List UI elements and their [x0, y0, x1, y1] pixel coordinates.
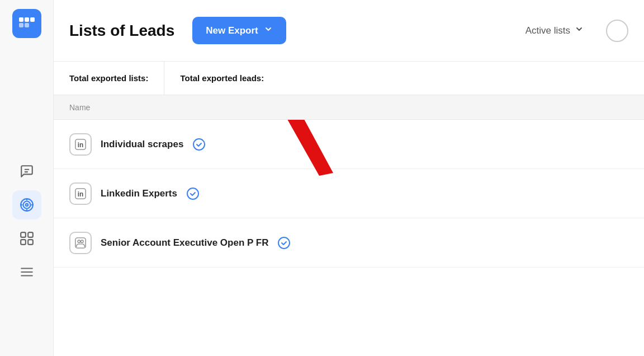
- svg-point-8: [23, 202, 30, 209]
- total-exported-lists-label: Total exported lists:: [69, 73, 148, 83]
- svg-rect-15: [28, 232, 33, 237]
- sidebar-item-list[interactable]: [12, 257, 41, 287]
- list-item[interactable]: in Linkedin Experts: [54, 169, 644, 218]
- check-circle-icon: [186, 187, 200, 200]
- page-title: Lists of Leads: [69, 22, 174, 40]
- svg-text:in: in: [78, 190, 84, 198]
- item-name: Linkedin Experts: [101, 188, 177, 199]
- user-avatar[interactable]: [606, 20, 628, 42]
- name-column-header: Name: [69, 103, 90, 112]
- linkedin-icon: in: [74, 138, 87, 151]
- svg-text:in: in: [78, 140, 84, 148]
- sidebar-item-messages[interactable]: [12, 157, 41, 186]
- svg-rect-17: [28, 240, 33, 245]
- new-export-label: New Export: [206, 25, 258, 36]
- linkedin-icon-wrapper: in: [69, 182, 92, 205]
- app-logo[interactable]: [12, 9, 41, 38]
- list-container: in Individual scrapes in: [54, 120, 644, 356]
- svg-point-27: [187, 188, 198, 199]
- svg-marker-24: [269, 120, 333, 176]
- stats-row: Total exported lists: Total exported lea…: [54, 62, 644, 95]
- svg-rect-3: [19, 23, 23, 27]
- total-exported-leads-stat: Total exported leads:: [164, 62, 280, 95]
- active-lists-label: Active lists: [525, 25, 570, 36]
- total-exported-leads-label: Total exported leads:: [180, 73, 264, 83]
- table-header: Name: [54, 95, 644, 120]
- item-name: Senior Account Executive Open P FR: [101, 237, 268, 249]
- item-name: Individual scrapes: [101, 139, 183, 150]
- sidebar: [0, 0, 54, 356]
- people-icon-wrapper: [69, 232, 92, 254]
- svg-point-29: [78, 240, 80, 242]
- sidebar-item-sequences[interactable]: [12, 224, 41, 253]
- svg-point-9: [25, 204, 27, 206]
- svg-rect-16: [21, 240, 26, 245]
- list-item[interactable]: in Individual scrapes: [54, 120, 644, 169]
- main-content: Lists of Leads New Export Active lists T…: [54, 0, 644, 356]
- svg-point-30: [80, 240, 83, 242]
- svg-rect-2: [30, 17, 35, 22]
- check-circle-icon: [277, 236, 291, 250]
- linkedin-icon-wrapper: in: [69, 133, 92, 156]
- sidebar-navigation: [0, 157, 53, 287]
- chevron-down-icon: [264, 25, 273, 36]
- svg-point-31: [278, 237, 290, 249]
- svg-rect-28: [75, 237, 86, 247]
- people-icon: [74, 237, 87, 249]
- active-lists-button[interactable]: Active lists: [525, 25, 584, 36]
- svg-point-23: [193, 139, 205, 150]
- list-item[interactable]: Senior Account Executive Open P FR: [54, 218, 644, 268]
- new-export-button[interactable]: New Export: [192, 17, 286, 44]
- svg-rect-4: [25, 23, 29, 27]
- svg-rect-0: [19, 17, 23, 22]
- page-header: Lists of Leads New Export Active lists: [54, 0, 644, 62]
- svg-rect-14: [21, 232, 26, 237]
- active-lists-chevron-icon: [575, 25, 584, 36]
- check-circle-icon: [192, 138, 206, 151]
- linkedin-icon: in: [74, 188, 87, 200]
- total-exported-lists-stat: Total exported lists:: [54, 62, 164, 95]
- svg-rect-1: [25, 17, 29, 22]
- sidebar-item-targeting[interactable]: [12, 190, 41, 219]
